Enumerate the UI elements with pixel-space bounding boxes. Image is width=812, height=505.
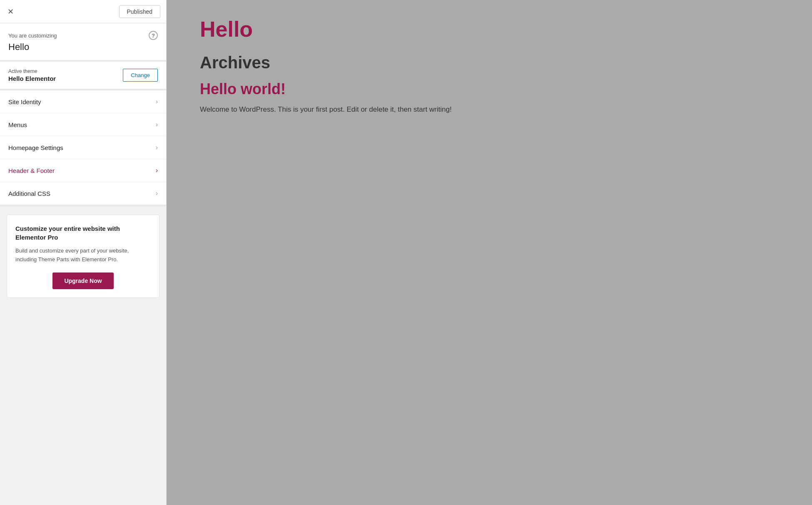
nav-item-menus[interactable]: Menus › xyxy=(0,113,166,136)
theme-section: Active theme Hello Elementor Change xyxy=(0,62,166,90)
sidebar-header: ✕ Published xyxy=(0,0,166,23)
chevron-right-icon: › xyxy=(156,167,158,174)
customizing-label-text: You are customizing xyxy=(8,32,57,39)
chevron-right-icon: › xyxy=(156,98,158,105)
site-title: Hello xyxy=(200,17,779,42)
customizing-label: You are customizing ? xyxy=(8,31,158,40)
theme-label: Active theme xyxy=(8,68,56,74)
change-theme-button[interactable]: Change xyxy=(123,69,158,82)
close-icon: ✕ xyxy=(7,7,14,16)
nav-item-homepage-settings[interactable]: Homepage Settings › xyxy=(0,136,166,159)
published-button[interactable]: Published xyxy=(119,5,161,18)
preview-area: Hello Archives Hello world! Welcome to W… xyxy=(167,0,812,505)
nav-item-label: Additional CSS xyxy=(8,190,50,197)
promo-description: Build and customize every part of your w… xyxy=(15,247,151,264)
chevron-right-icon: › xyxy=(156,190,158,197)
promo-title: Customize your entire website with Eleme… xyxy=(15,224,151,242)
upgrade-now-button[interactable]: Upgrade Now xyxy=(52,272,113,289)
theme-name: Hello Elementor xyxy=(8,75,56,82)
nav-item-additional-css[interactable]: Additional CSS › xyxy=(0,182,166,205)
nav-item-header-footer[interactable]: Header & Footer › xyxy=(0,159,166,182)
nav-items: Site Identity › Menus › Homepage Setting… xyxy=(0,90,166,206)
chevron-right-icon: › xyxy=(156,144,158,151)
archives-heading: Archives xyxy=(200,53,779,72)
nav-item-label: Homepage Settings xyxy=(8,144,63,151)
customizing-section: You are customizing ? Hello xyxy=(0,23,166,62)
nav-item-label: Site Identity xyxy=(8,98,41,105)
nav-item-label: Menus xyxy=(8,121,27,128)
customizing-title: Hello xyxy=(8,42,158,52)
nav-item-label: Header & Footer xyxy=(8,167,55,174)
promo-card: Customize your entire website with Eleme… xyxy=(7,215,159,298)
nav-item-site-identity[interactable]: Site Identity › xyxy=(0,90,166,113)
sidebar: ✕ Published You are customizing ? Hello … xyxy=(0,0,167,505)
chevron-right-icon: › xyxy=(156,121,158,128)
post-title: Hello world! xyxy=(200,80,779,98)
help-icon[interactable]: ? xyxy=(149,31,158,40)
post-excerpt: Welcome to WordPress. This is your first… xyxy=(200,104,779,115)
close-button[interactable]: ✕ xyxy=(6,5,15,18)
